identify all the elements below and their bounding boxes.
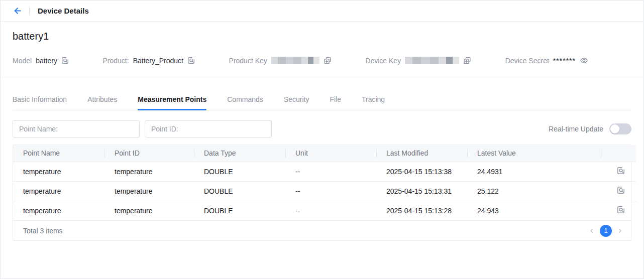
device-info-row: Model battery Product: Battery_Product P… xyxy=(13,56,631,65)
field-device-secret: Device Secret ******* xyxy=(505,56,588,65)
cell-latest-value: 25.122 xyxy=(467,181,601,201)
table-header-row: Point Name Point ID Data Type Unit Last … xyxy=(13,145,636,162)
field-device-key-label: Device Key xyxy=(365,57,401,65)
field-model-label: Model xyxy=(13,57,32,65)
device-name: battery1 xyxy=(13,31,631,42)
col-point-id: Point ID xyxy=(104,145,194,162)
tab-commands[interactable]: Commands xyxy=(227,92,263,110)
chevron-left-icon[interactable] xyxy=(588,227,596,235)
table-footer: Total 3 items 1 xyxy=(13,220,631,240)
pagination: 1 xyxy=(588,225,624,237)
cell-latest-value: 24.4931 xyxy=(467,162,601,181)
cell-data-type: DOUBLE xyxy=(194,201,285,220)
toggle-knob xyxy=(610,124,619,133)
total-items-text: Total 3 items xyxy=(23,227,63,235)
cell-unit: -- xyxy=(285,201,376,220)
point-name-input[interactable] xyxy=(13,120,140,137)
col-latest-value: Latest Value xyxy=(467,145,601,162)
cell-point-id: temperature xyxy=(104,201,194,220)
topbar-divider xyxy=(29,7,30,15)
cell-unit: -- xyxy=(285,181,376,201)
page-number-button[interactable]: 1 xyxy=(600,225,612,237)
col-actions xyxy=(601,145,636,162)
point-id-input[interactable] xyxy=(145,120,272,137)
copy-icon[interactable] xyxy=(463,57,471,65)
view-icon[interactable] xyxy=(617,167,625,175)
cell-latest-value: 24.943 xyxy=(467,201,601,220)
realtime-update-toggle[interactable] xyxy=(609,123,631,134)
tab-measurement-points[interactable]: Measurement Points xyxy=(138,92,206,110)
col-last-modified: Last Modified xyxy=(376,145,467,162)
page-title: Device Details xyxy=(38,7,89,15)
field-product: Product: Battery_Product xyxy=(102,57,195,65)
tab-tracing[interactable]: Tracing xyxy=(362,92,385,110)
field-product-key: Product Key xyxy=(229,57,332,65)
cell-point-name: temperature xyxy=(13,181,104,201)
cell-point-name: temperature xyxy=(13,201,104,220)
field-device-secret-value: ******* xyxy=(553,57,576,65)
cell-last-modified: 2025-04-15 15:13:38 xyxy=(376,162,467,181)
copy-icon[interactable] xyxy=(324,57,332,65)
eye-icon[interactable] xyxy=(580,56,588,65)
field-product-key-label: Product Key xyxy=(229,57,267,65)
table-row: temperature temperature DOUBLE -- 2025-0… xyxy=(13,181,636,201)
view-icon[interactable] xyxy=(61,57,69,64)
field-product-label: Product: xyxy=(102,57,129,65)
device-header: battery1 Model battery Product: Battery_… xyxy=(1,22,643,77)
realtime-update-label: Real-time Update xyxy=(549,125,603,133)
col-unit: Unit xyxy=(285,145,376,162)
topbar: Device Details xyxy=(1,1,643,22)
field-product-value: Battery_Product xyxy=(133,57,183,65)
field-model: Model battery xyxy=(13,57,69,65)
arrow-left-icon xyxy=(13,6,22,16)
realtime-update-control: Real-time Update xyxy=(549,123,631,134)
tab-attributes[interactable]: Attributes xyxy=(87,92,117,110)
cell-point-name: temperature xyxy=(13,162,104,181)
tab-security[interactable]: Security xyxy=(284,92,309,110)
chevron-right-icon[interactable] xyxy=(616,227,624,235)
field-device-key: Device Key xyxy=(365,57,471,65)
field-model-value: battery xyxy=(36,57,57,65)
device-key-redacted-value xyxy=(405,57,459,64)
view-icon[interactable] xyxy=(187,57,195,64)
main-content: Basic Information Attributes Measurement… xyxy=(1,77,643,241)
table-row: temperature temperature DOUBLE -- 2025-0… xyxy=(13,162,636,181)
cell-unit: -- xyxy=(285,162,376,181)
cell-data-type: DOUBLE xyxy=(194,181,285,201)
table-row: temperature temperature DOUBLE -- 2025-0… xyxy=(13,201,636,220)
cell-point-id: temperature xyxy=(104,162,194,181)
col-data-type: Data Type xyxy=(194,145,285,162)
view-icon[interactable] xyxy=(617,186,625,194)
tab-file[interactable]: File xyxy=(330,92,341,110)
cell-last-modified: 2025-04-15 15:13:28 xyxy=(376,201,467,220)
tab-basic-information[interactable]: Basic Information xyxy=(13,92,67,110)
product-key-redacted-value xyxy=(271,57,319,64)
filter-row: Real-time Update xyxy=(13,120,631,137)
cell-last-modified: 2025-04-15 15:13:31 xyxy=(376,181,467,201)
tab-bar: Basic Information Attributes Measurement… xyxy=(13,92,631,110)
col-point-name: Point Name xyxy=(13,145,104,162)
measurement-points-table: Point Name Point ID Data Type Unit Last … xyxy=(13,145,631,241)
cell-point-id: temperature xyxy=(104,181,194,201)
view-icon[interactable] xyxy=(617,206,625,214)
cell-data-type: DOUBLE xyxy=(194,162,285,181)
field-device-secret-label: Device Secret xyxy=(505,57,549,65)
back-button[interactable] xyxy=(13,6,22,16)
